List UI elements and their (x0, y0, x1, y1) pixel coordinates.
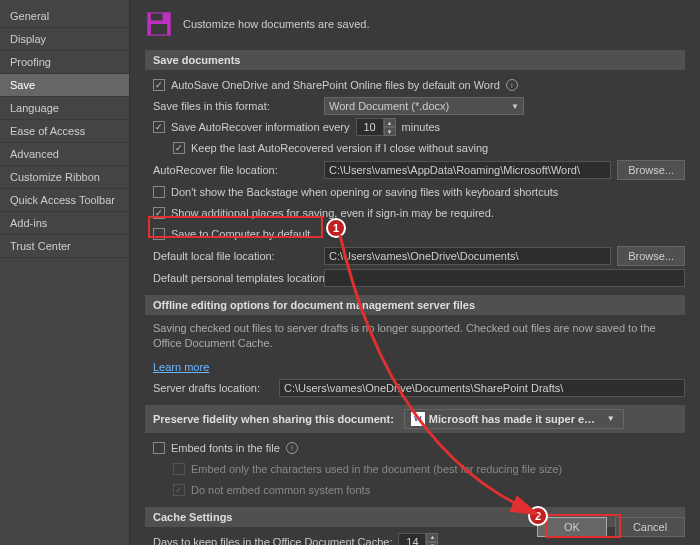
save-icon (145, 10, 173, 38)
templates-input[interactable] (324, 269, 685, 287)
autorecover-spinner[interactable]: ▲▼ (356, 118, 396, 136)
options-sidebar: General Display Proofing Save Language E… (0, 0, 130, 545)
autosave-checkbox[interactable] (153, 79, 165, 91)
cache-days-value[interactable] (398, 533, 426, 545)
learn-more-link[interactable]: Learn more (153, 361, 209, 373)
default-local-label: Default local file location: (153, 250, 318, 262)
main-panel: Customize how documents are saved. Save … (130, 0, 700, 545)
sidebar-item-qat[interactable]: Quick Access Toolbar (0, 189, 129, 212)
autorecover-label: Save AutoRecover information every (171, 121, 350, 133)
default-local-input[interactable] (324, 247, 611, 265)
autorecover-checkbox[interactable] (153, 121, 165, 133)
save-computer-label: Save to Computer by default (171, 228, 310, 240)
drafts-label: Server drafts location: (153, 382, 273, 394)
cancel-button[interactable]: Cancel (615, 517, 685, 537)
sidebar-item-language[interactable]: Language (0, 97, 129, 120)
embed-chars-label: Embed only the characters used in the do… (191, 463, 562, 475)
sidebar-item-display[interactable]: Display (0, 28, 129, 51)
autorecover-unit: minutes (402, 121, 441, 133)
embed-fonts-checkbox[interactable] (153, 442, 165, 454)
sidebar-item-trust[interactable]: Trust Center (0, 235, 129, 258)
autorecover-loc-label: AutoRecover file location: (153, 164, 318, 176)
additional-label: Show additional places for saving, even … (171, 207, 494, 219)
sidebar-item-proofing[interactable]: Proofing (0, 51, 129, 74)
no-common-label: Do not embed common system fonts (191, 484, 370, 496)
section-save-documents: Save documents (145, 50, 685, 70)
autorecover-loc-input[interactable] (324, 161, 611, 179)
backstage-checkbox[interactable] (153, 186, 165, 198)
sidebar-item-addins[interactable]: Add-ins (0, 212, 129, 235)
cache-days-label: Days to keep files in the Office Documen… (153, 536, 392, 545)
ok-button[interactable]: OK (537, 517, 607, 537)
sidebar-item-ease[interactable]: Ease of Access (0, 120, 129, 143)
embed-fonts-label: Embed fonts in the file (171, 442, 280, 454)
sidebar-item-advanced[interactable]: Advanced (0, 143, 129, 166)
sidebar-item-general[interactable]: General (0, 5, 129, 28)
drafts-input[interactable] (279, 379, 685, 397)
no-common-checkbox (173, 484, 185, 496)
offline-desc: Saving checked out files to server draft… (153, 321, 677, 352)
templates-label: Default personal templates location: (153, 272, 318, 284)
svg-rect-2 (151, 24, 167, 35)
format-select[interactable]: Word Document (*.docx)▼ (324, 97, 524, 115)
section-preserve: Preserve fidelity when sharing this docu… (145, 405, 685, 433)
embed-chars-checkbox (173, 463, 185, 475)
additional-checkbox[interactable] (153, 207, 165, 219)
svg-rect-1 (151, 14, 163, 21)
keeplast-label: Keep the last AutoRecovered version if I… (191, 142, 488, 154)
preserve-doc-select[interactable]: W Microsoft has made it super easy to s.… (404, 409, 624, 429)
info-icon[interactable]: i (506, 79, 518, 91)
dialog-footer: OK Cancel (537, 517, 685, 537)
keeplast-checkbox[interactable] (173, 142, 185, 154)
browse-button-2[interactable]: Browse... (617, 246, 685, 266)
save-computer-checkbox[interactable] (153, 228, 165, 240)
cache-days-spinner[interactable]: ▲▼ (398, 533, 438, 545)
backstage-label: Don't show the Backstage when opening or… (171, 186, 558, 198)
word-doc-icon: W (411, 412, 425, 426)
section-offline: Offline editing options for document man… (145, 295, 685, 315)
browse-button-1[interactable]: Browse... (617, 160, 685, 180)
autorecover-value[interactable] (356, 118, 384, 136)
autosave-label: AutoSave OneDrive and SharePoint Online … (171, 79, 500, 91)
format-label: Save files in this format: (153, 100, 318, 112)
sidebar-item-customize-ribbon[interactable]: Customize Ribbon (0, 166, 129, 189)
header-title: Customize how documents are saved. (183, 18, 369, 30)
sidebar-item-save[interactable]: Save (0, 74, 129, 97)
info-icon-2[interactable]: i (286, 442, 298, 454)
